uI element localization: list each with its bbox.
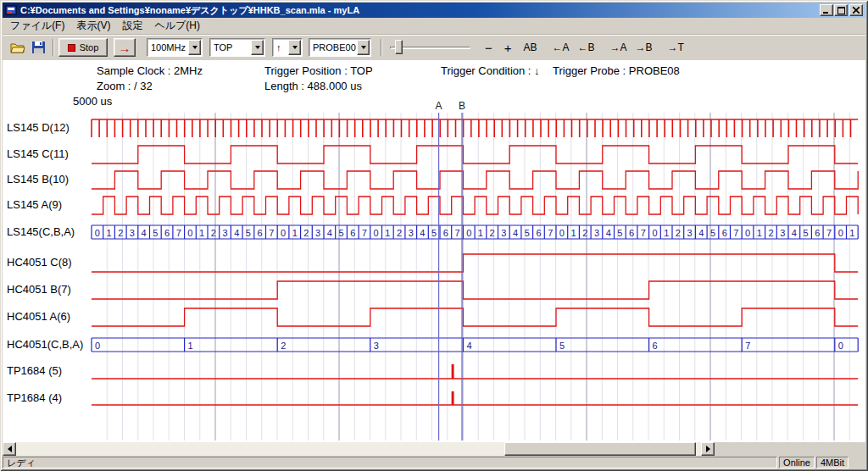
scroll-right-icon	[706, 446, 710, 452]
sample-clock-label: Sample Clock : 2MHz	[97, 64, 203, 77]
trigger-edge-value: ↑	[273, 42, 288, 53]
scroll-right-button[interactable]	[701, 442, 715, 456]
channel-label: TP1684 (4)	[7, 391, 62, 405]
waveform-client-area	[3, 60, 865, 442]
resize-grip	[850, 457, 864, 468]
zoom-in-button[interactable]: +	[502, 39, 515, 57]
channel-label: LS145 A(9)	[7, 198, 62, 212]
trigger-condition-label: Trigger Condition : ↓	[441, 64, 540, 77]
scroll-left-icon	[8, 446, 12, 452]
goto-trigger-button[interactable]: →T	[665, 40, 687, 55]
slider-thumb[interactable]	[395, 40, 403, 54]
channel-label: HC4051(C,B,A)	[7, 338, 83, 352]
trigger-position-select[interactable]: TOP	[209, 38, 265, 57]
titlebar[interactable]: C:¥Documents and Settings¥noname¥デスクトップ¥…	[3, 3, 865, 18]
dropdown-arrow-icon[interactable]	[188, 40, 201, 55]
zoom-out-button[interactable]: −	[482, 39, 495, 57]
channel-label: LS145 C(11)	[7, 147, 69, 161]
probe-select[interactable]: PROBE00	[309, 38, 371, 57]
zoom-label: Zoom : / 32	[97, 80, 153, 92]
channel-label: HC4051 A(6)	[7, 310, 70, 324]
window-title: C:¥Documents and Settings¥noname¥デスクトップ¥…	[20, 4, 819, 17]
run-button[interactable]: →	[114, 38, 136, 57]
sample-clock-select[interactable]: 100MHz	[147, 38, 203, 57]
probe-value: PROBE00	[309, 42, 357, 53]
dropdown-arrow-icon[interactable]	[288, 40, 301, 55]
trigger-probe-label: Trigger Probe : PROBE08	[553, 64, 680, 77]
toolbar: Stop → 100MHz TOP ↑ PROBE00 − + AB ←A	[3, 34, 865, 60]
run-arrow-icon: →	[119, 42, 131, 54]
goto-b-left-button[interactable]: ←B	[576, 40, 598, 55]
minimize-icon	[823, 7, 830, 14]
menu-help[interactable]: ヘルプ(H)	[148, 17, 206, 35]
app-window: C:¥Documents and Settings¥noname¥デスクトップ¥…	[0, 0, 868, 471]
scroll-track[interactable]	[16, 442, 701, 456]
sample-clock-value: 100MHz	[147, 42, 188, 53]
trigger-position-value: TOP	[210, 42, 251, 53]
goto-b-right-button[interactable]: →B	[633, 40, 655, 55]
statusbar: レディ Online 4MBit	[3, 456, 865, 468]
trigger-edge-select[interactable]: ↑	[272, 38, 303, 57]
zoom-slider[interactable]	[390, 39, 470, 56]
minimize-button[interactable]	[820, 4, 833, 16]
status-online: Online	[779, 457, 815, 468]
goto-a-right-button[interactable]: →A	[608, 40, 630, 55]
scroll-thumb[interactable]	[504, 442, 696, 456]
horizontal-scrollbar[interactable]	[3, 442, 715, 456]
length-label: Length : 488.000 us	[264, 80, 362, 92]
channel-label: LS145(C,B,A)	[7, 225, 75, 239]
close-icon	[853, 7, 860, 14]
channel-label: LS145 B(10)	[7, 173, 69, 186]
channel-labels: LS145 D(12)LS145 C(11)LS145 B(10)LS145 A…	[7, 0, 100, 471]
status-ready: レディ	[3, 457, 777, 468]
close-button[interactable]	[849, 4, 863, 16]
dropdown-arrow-icon[interactable]	[357, 40, 370, 55]
channel-label: HC4051 B(7)	[7, 283, 71, 296]
toolbar-separator	[381, 39, 382, 56]
scroll-left-button[interactable]	[3, 442, 16, 456]
channel-label: LS145 D(12)	[7, 121, 70, 135]
channel-label: HC4051 C(8)	[7, 256, 72, 269]
channel-label: TP1684 (5)	[7, 364, 62, 378]
status-memory: 4MBit	[816, 457, 849, 468]
maximize-button[interactable]	[834, 4, 848, 16]
goto-a-left-button[interactable]: ←A	[550, 40, 572, 55]
trigger-position-label: Trigger Position : TOP	[264, 64, 373, 77]
menubar: ファイル(F) 表示(V) 設定 ヘルプ(H)	[3, 18, 865, 34]
dropdown-arrow-icon[interactable]	[251, 40, 264, 55]
maximize-icon	[837, 7, 845, 14]
menu-settings[interactable]: 設定	[116, 17, 148, 35]
ab-button[interactable]: AB	[521, 40, 540, 55]
